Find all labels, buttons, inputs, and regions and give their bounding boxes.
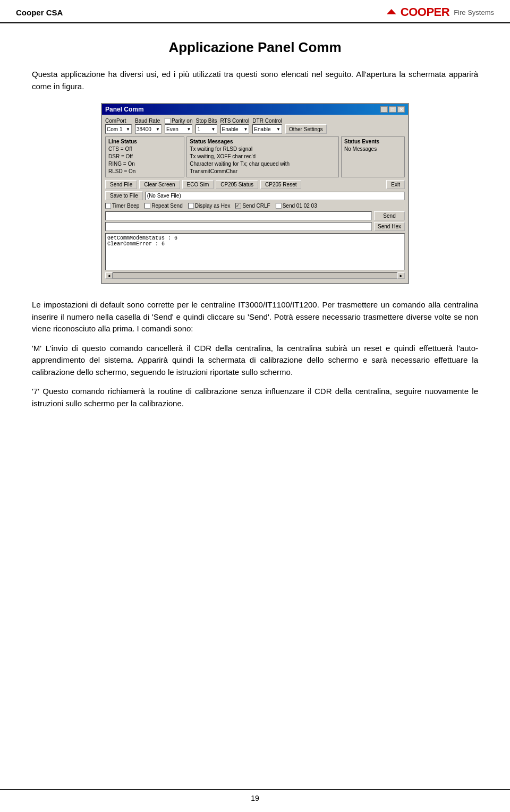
page-footer: 19 — [0, 789, 510, 807]
repeat-send-checkbox[interactable] — [144, 203, 150, 209]
minimize-button[interactable]: _ — [380, 106, 388, 113]
maximize-button[interactable]: □ — [389, 106, 396, 113]
parity-group: Parity on Even ▼ — [165, 118, 192, 134]
logo-brand-text: COOPER — [401, 5, 449, 19]
paragraph4: '7' Questo comando richiamerà la routine… — [32, 386, 478, 409]
titlebar-controls: _ □ ✕ — [380, 106, 405, 113]
comport-group: ComPort Com 1 ▼ — [105, 118, 132, 134]
send-input[interactable] — [105, 211, 372, 220]
display-hex-text: Display as Hex — [195, 203, 231, 209]
main-content: Applicazione Panel Comm Questa applicazi… — [0, 23, 510, 438]
log-line-1: GetCommModemStatus : 6 — [107, 235, 403, 241]
cp205-status-button[interactable]: CP205 Status — [216, 180, 258, 189]
input-area — [105, 211, 372, 231]
options-row: Timer Beep Repeat Send Display as Hex ✓ — [105, 203, 405, 209]
cp205-reset-button[interactable]: CP205 Reset — [260, 180, 301, 189]
send-hex-button[interactable]: Send Hex — [374, 222, 405, 231]
parity-checkbox-label: Parity on — [165, 118, 192, 124]
page-header: Cooper CSA COOPER Fire Systems — [0, 0, 510, 23]
send-button[interactable]: Send — [374, 211, 405, 220]
send-crlf-checkbox[interactable]: ✓ — [235, 203, 241, 209]
timer-beep-text: Timer Beep — [112, 203, 139, 209]
paragraph3: 'M' L'invio di questo comando cancellerà… — [32, 343, 478, 379]
panel-comm-window: Panel Comm _ □ ✕ ComPort Com 1 ▼ — [101, 103, 409, 284]
status-msg3: Character waiting for Tx; char queued wi… — [190, 160, 336, 168]
stopbits-group: Stop Bits 1 ▼ — [196, 118, 217, 134]
send-file-button[interactable]: Send File — [105, 180, 137, 189]
status-messages-title: Status Messages — [190, 139, 336, 144]
eco-sim-button[interactable]: ECO Sim — [182, 180, 214, 189]
cooper-logo: COOPER Fire Systems — [387, 5, 494, 19]
no-save-file-label: (No Save File) — [147, 193, 181, 199]
scroll-right-button[interactable]: ► — [397, 272, 405, 279]
action-buttons-row: Send File Clear Screen ECO Sim CP205 Sta… — [105, 180, 405, 189]
logo-sub-text: Fire Systems — [454, 8, 494, 16]
line-status-box: Line Status CTS = Off DSR = Off RING = O… — [105, 136, 184, 177]
rlsd-status: RLSD = On — [108, 168, 181, 175]
stopbits-select[interactable]: 1 ▼ — [196, 124, 217, 134]
line-status-title: Line Status — [108, 139, 181, 144]
save-row: Save to File (No Save File) — [105, 191, 405, 200]
horizontal-scrollbar: ◄ ► — [105, 272, 405, 279]
clear-screen-button[interactable]: Clear Screen — [139, 180, 180, 189]
send-010203-label: Send 01 02 03 — [276, 203, 317, 209]
panel-comm-title: Panel Comm — [105, 106, 144, 113]
page-title: Applicazione Panel Comm — [32, 39, 478, 56]
send-010203-checkbox[interactable] — [276, 203, 282, 209]
page-number: 19 — [251, 794, 259, 802]
other-settings-button[interactable]: Other Settings — [285, 124, 327, 134]
save-to-file-button[interactable]: Save to File — [105, 191, 143, 200]
logo-area: COOPER Fire Systems — [387, 5, 494, 19]
status-messages-box: Status Messages Tx waiting for RLSD sign… — [186, 136, 339, 177]
status-msg4: TransmitCommChar — [190, 168, 336, 175]
controls-row: ComPort Com 1 ▼ Baud Rate 38400 ▼ — [105, 118, 405, 134]
exit-button[interactable]: Exit — [386, 180, 405, 189]
log-wrapper: GetCommModemStatus : 6 ClearCommError : … — [105, 233, 405, 279]
cts-status: CTS = Off — [108, 146, 181, 153]
parity-checkbox[interactable] — [165, 118, 171, 124]
parity-select[interactable]: Even ▼ — [165, 124, 192, 134]
other-settings-group: Other Settings — [285, 118, 327, 134]
repeat-send-text: Repeat Send — [151, 203, 182, 209]
comport-label: ComPort — [105, 118, 132, 124]
baudrate-select[interactable]: 38400 ▼ — [135, 124, 162, 134]
display-hex-checkbox[interactable] — [188, 203, 194, 209]
repeat-send-label: Repeat Send — [144, 203, 182, 209]
dtr-label: DTR Control — [252, 118, 282, 124]
company-name: Cooper CSA — [16, 8, 63, 17]
paragraph2: Le impostazioni di default sono corrette… — [32, 299, 478, 335]
send-010203-text: Send 01 02 03 — [283, 203, 317, 209]
status-events-value: No Messages — [344, 146, 402, 153]
panel-comm-wrapper: Panel Comm _ □ ✕ ComPort Com 1 ▼ — [32, 103, 478, 284]
dsr-status: DSR = Off — [108, 153, 181, 160]
parity-label: Parity on — [172, 118, 192, 124]
timer-beep-label: Timer Beep — [105, 203, 139, 209]
send-crlf-text: Send CRLF — [242, 203, 270, 209]
log-area: GetCommModemStatus : 6 ClearCommError : … — [105, 233, 405, 270]
timer-beep-checkbox[interactable] — [105, 203, 111, 209]
intro-paragraph: Questa applicazione ha diversi usi, ed i… — [32, 69, 478, 92]
rts-group: RTS Control Enable ▼ — [220, 118, 250, 134]
baudrate-group: Baud Rate 38400 ▼ — [135, 118, 162, 134]
panel-comm-titlebar: Panel Comm _ □ ✕ — [102, 104, 408, 115]
scroll-track[interactable] — [113, 272, 397, 279]
send-hex-input[interactable] — [105, 222, 372, 231]
dtr-group: DTR Control Enable ▼ — [252, 118, 282, 134]
log-line-2: ClearCommError : 6 — [107, 241, 403, 247]
dtr-select[interactable]: Enable ▼ — [252, 124, 282, 134]
rts-select[interactable]: Enable ▼ — [220, 124, 250, 134]
rts-label: RTS Control — [220, 118, 250, 124]
panel-comm-body: ComPort Com 1 ▼ Baud Rate 38400 ▼ — [102, 115, 408, 283]
status-msg2: Tx waiting, XOFF char rec'd — [190, 153, 336, 160]
send-buttons: Send Send Hex — [374, 211, 405, 231]
ring-status: RING = On — [108, 160, 181, 168]
status-msg1: Tx waiting for RLSD signal — [190, 146, 336, 153]
close-button[interactable]: ✕ — [397, 106, 405, 113]
display-hex-label: Display as Hex — [188, 203, 231, 209]
comport-select[interactable]: Com 1 ▼ — [105, 124, 132, 134]
status-events-title: Status Events — [344, 139, 402, 144]
baudrate-label: Baud Rate — [135, 118, 162, 124]
send-crlf-label: ✓ Send CRLF — [235, 203, 270, 209]
scroll-left-button[interactable]: ◄ — [105, 272, 113, 279]
status-row: Line Status CTS = Off DSR = Off RING = O… — [105, 136, 405, 177]
